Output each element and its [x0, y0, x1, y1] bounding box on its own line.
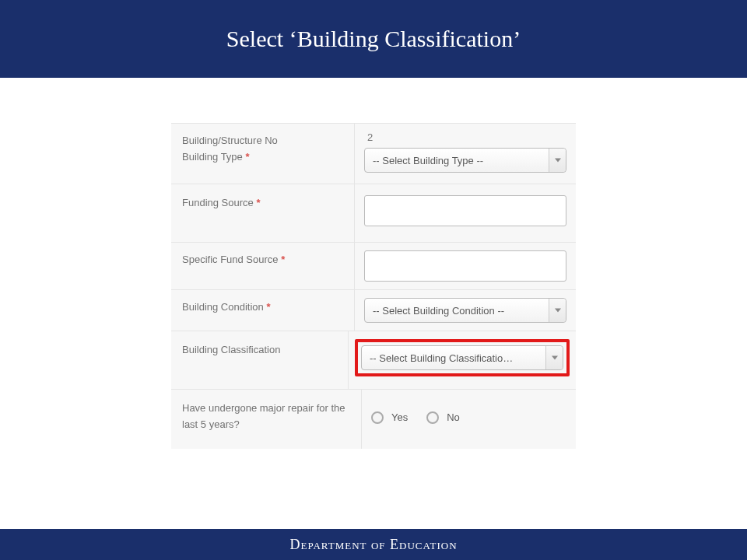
label-building-condition: Building Condition	[182, 301, 264, 313]
row-building-classification: Building Classification -- Select Buildi…	[171, 331, 576, 390]
required-marker: *	[266, 301, 270, 313]
building-condition-select-text: -- Select Building Condition --	[373, 305, 504, 317]
value-cell: 2 -- Select Building Type --	[355, 124, 576, 184]
chevron-down-icon	[549, 149, 566, 172]
specific-fund-source-input[interactable]	[364, 250, 566, 282]
page-title: Select ‘Building Classification’	[226, 26, 521, 52]
funding-source-input[interactable]	[364, 195, 566, 226]
label-cell: Building Classification	[171, 331, 349, 389]
building-classification-select[interactable]: -- Select Building Classificatio…	[361, 345, 563, 370]
radio-no-label: No	[447, 411, 460, 423]
building-condition-select[interactable]: -- Select Building Condition --	[364, 298, 566, 323]
label-building-structure-no: Building/Structure No	[182, 135, 278, 146]
radio-icon	[426, 411, 439, 424]
footer-text: Department of Education	[289, 537, 457, 553]
building-type-select[interactable]: -- Select Building Type --	[364, 148, 566, 173]
chevron-down-icon	[545, 346, 563, 369]
label-major-repair: Have undergone major repair for the last…	[182, 402, 345, 430]
value-cell	[355, 243, 576, 289]
radio-icon	[371, 411, 384, 424]
row-building-condition: Building Condition * -- Select Building …	[171, 290, 576, 331]
radio-yes[interactable]: Yes	[371, 411, 408, 424]
label-cell: Building Condition *	[171, 290, 355, 331]
row-building-structure: Building/Structure No Building Type * 2 …	[171, 124, 576, 184]
label-cell: Have undergone major repair for the last…	[171, 390, 362, 449]
radio-group-major-repair: Yes No	[371, 410, 566, 424]
required-marker: *	[281, 254, 285, 265]
highlight-box: -- Select Building Classificatio…	[355, 339, 570, 376]
value-cell	[355, 184, 576, 242]
label-funding-source: Funding Source	[182, 197, 254, 208]
building-type-select-text: -- Select Building Type --	[373, 155, 483, 166]
form-container: Building/Structure No Building Type * 2 …	[171, 123, 576, 449]
radio-no[interactable]: No	[426, 411, 460, 424]
value-cell: Yes No	[362, 390, 576, 449]
label-building-classification: Building Classification	[182, 344, 280, 355]
label-building-type: Building Type	[182, 151, 243, 163]
row-specific-fund-source: Specific Fund Source *	[171, 243, 576, 290]
label-cell: Funding Source *	[171, 184, 355, 242]
footer-bar: Department of Education	[0, 529, 747, 560]
row-major-repair: Have undergone major repair for the last…	[171, 390, 576, 449]
row-funding-source: Funding Source *	[171, 184, 576, 243]
required-marker: *	[256, 197, 260, 208]
label-specific-fund-source: Specific Fund Source	[182, 254, 279, 265]
header-bar: Select ‘Building Classification’	[0, 0, 747, 78]
building-classification-select-text: -- Select Building Classificatio…	[370, 352, 513, 364]
value-cell: -- Select Building Condition --	[355, 290, 576, 331]
label-cell: Building/Structure No Building Type *	[171, 124, 355, 184]
required-marker: *	[245, 151, 249, 163]
building-structure-no-value: 2	[364, 130, 566, 148]
chevron-down-icon	[549, 299, 566, 322]
value-cell: -- Select Building Classificatio…	[349, 331, 576, 389]
radio-yes-label: Yes	[391, 411, 408, 423]
label-cell: Specific Fund Source *	[171, 243, 355, 289]
